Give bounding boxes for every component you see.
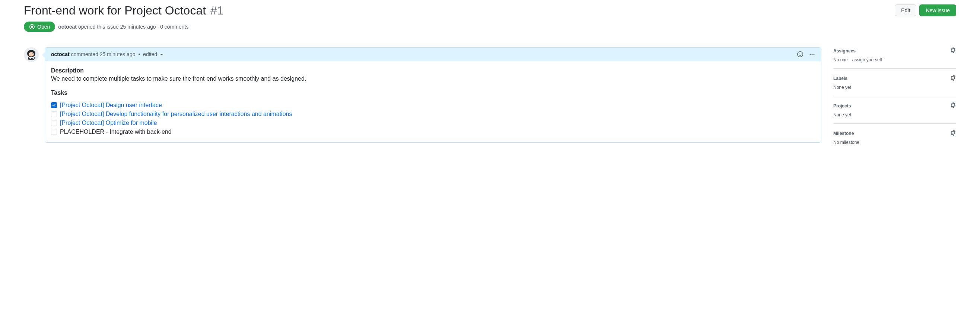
sidebar-milestone: Milestone No milestone [833, 130, 956, 151]
state-label: Open [37, 24, 50, 30]
assignees-value: No one—assign yourself [833, 57, 956, 62]
labels-title: Labels [833, 76, 848, 81]
task-link[interactable]: [Project Octocat] Optimize for mobile [60, 120, 157, 127]
svg-point-5 [30, 54, 30, 54]
projects-gear-button[interactable] [950, 102, 956, 109]
milestone-value: No milestone [833, 140, 956, 145]
issue-number: #1 [210, 4, 224, 17]
caret-down-icon [160, 54, 163, 55]
sidebar-assignees: Assignees No one—assign yourself [833, 47, 956, 69]
octocat-icon [24, 47, 39, 62]
tasks-heading: Tasks [51, 90, 815, 96]
smiley-icon [797, 51, 803, 57]
projects-value: None yet [833, 112, 956, 117]
svg-point-2 [29, 52, 34, 57]
comment-box: octocat commented 25 minutes ago • edite… [45, 47, 821, 143]
gear-icon [950, 130, 956, 136]
state-badge-open: Open [24, 22, 55, 32]
task-item: PLACEHOLDER - Integrate with back-end [51, 128, 815, 136]
svg-point-7 [810, 54, 811, 55]
edited-indicator[interactable]: edited [143, 51, 163, 57]
task-item: [Project Octocat] Develop functionality … [51, 110, 815, 119]
author-link[interactable]: octocat [58, 24, 77, 30]
sidebar-labels: Labels None yet [833, 75, 956, 96]
projects-title: Projects [833, 103, 851, 109]
kebab-icon [809, 51, 815, 57]
task-checkbox[interactable] [51, 120, 57, 126]
kebab-menu-button[interactable] [809, 51, 815, 57]
svg-point-8 [812, 54, 813, 55]
assignees-title: Assignees [833, 48, 856, 54]
issue-title: Front-end work for Project Octocat [24, 3, 206, 18]
task-checkbox[interactable] [51, 111, 57, 117]
task-list: [Project Octocat] Design user interface[… [51, 101, 815, 136]
description-body: We need to complete multiple tasks to ma… [51, 76, 815, 82]
issue-title-wrap: Front-end work for Project Octocat #1 [24, 3, 224, 18]
avatar[interactable] [24, 47, 39, 62]
milestone-title: Milestone [833, 131, 854, 136]
assign-yourself-link[interactable]: assign yourself [852, 57, 882, 62]
new-issue-button[interactable]: New issue [919, 5, 956, 16]
task-checkbox[interactable] [51, 102, 57, 108]
gear-icon [950, 75, 956, 81]
milestone-gear-button[interactable] [950, 130, 956, 137]
svg-point-6 [32, 54, 33, 54]
task-link[interactable]: [Project Octocat] Develop functionality … [60, 111, 292, 117]
comment-timestamp: commented 25 minutes ago [71, 51, 135, 57]
task-checkbox[interactable] [51, 129, 57, 135]
react-button[interactable] [797, 51, 803, 57]
issue-meta: octocat opened this issue 25 minutes ago… [58, 24, 188, 30]
task-text: PLACEHOLDER - Integrate with back-end [60, 129, 172, 135]
labels-value: None yet [833, 85, 956, 90]
edit-button[interactable]: Edit [895, 5, 916, 16]
description-heading: Description [51, 67, 815, 74]
task-item: [Project Octocat] Optimize for mobile [51, 119, 815, 128]
gear-icon [950, 102, 956, 108]
assignees-gear-button[interactable] [950, 47, 956, 54]
check-icon [52, 103, 56, 107]
svg-point-9 [814, 54, 815, 55]
task-link[interactable]: [Project Octocat] Design user interface [60, 102, 162, 109]
gear-icon [950, 47, 956, 53]
opened-text: opened this issue 25 minutes ago · 0 com… [78, 24, 189, 30]
issue-open-icon [29, 24, 35, 30]
comment-author-link[interactable]: octocat [51, 51, 70, 57]
sidebar-projects: Projects None yet [833, 102, 956, 124]
task-item: [Project Octocat] Design user interface [51, 101, 815, 110]
labels-gear-button[interactable] [950, 75, 956, 82]
